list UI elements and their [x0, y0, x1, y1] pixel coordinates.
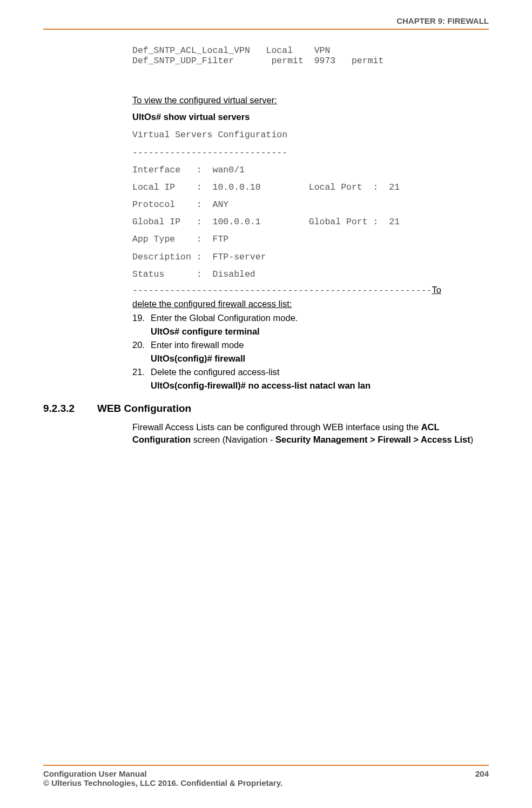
step-text: Enter the Global Configuration mode. — [151, 313, 489, 323]
section-title: WEB Configuration — [97, 403, 191, 415]
view-virtual-server-heading: To view the configured virtual server: — [132, 94, 489, 107]
step-cmd: UltOs(config-firewall)# no access-list n… — [151, 380, 489, 391]
step-text: Enter into firewall mode — [151, 340, 489, 350]
step-cmd: UltOs# configure terminal — [151, 326, 489, 337]
vs-output-localip: Local IP : 10.0.0.10 Local Port : 21 — [132, 179, 489, 196]
web-config-paragraph: Firewall Access Lists can be configured … — [132, 421, 489, 446]
step-number: 20. — [132, 340, 151, 350]
vs-output-globalip: Global IP : 100.0.0.1 Global Port : 21 — [132, 213, 489, 231]
acl-row-2: Def_SNTP_UDP_Filter permit 9973 permit — [132, 56, 489, 66]
step-number: 19. — [132, 313, 151, 323]
vs-output-protocol: Protocol : ANY — [132, 196, 489, 213]
chapter-header: CHAPTER 9: FIREWALL — [43, 16, 489, 29]
delete-acl-heading-part1: To — [432, 285, 441, 295]
dash-separator: ----------------------------------------… — [132, 285, 432, 296]
vs-output-sep: ----------------------------- — [132, 144, 489, 162]
show-virtual-servers-cmd: UltOs# show virtual servers — [132, 110, 489, 124]
vs-output-description: Description : FTP-server — [132, 249, 489, 266]
para-bold-nav-path: Security Management > Firewall > Access … — [275, 435, 470, 444]
para-pre: Firewall Access Lists can be configured … — [132, 422, 421, 432]
vs-output-title: Virtual Servers Configuration — [132, 126, 489, 144]
vs-output-interface: Interface : wan0/1 — [132, 162, 489, 179]
footer-rule — [43, 765, 489, 766]
step-text: Delete the configured access-list — [151, 367, 489, 377]
footer-copyright: © Ulterius Technologies, LLC 2016. Confi… — [43, 778, 489, 787]
step-cmd: UltOs(config)# firewall — [151, 353, 489, 364]
step-row: 21. Delete the configured access-list — [132, 367, 489, 377]
vs-output-status: Status : Disabled — [132, 266, 489, 283]
step-number: 21. — [132, 367, 151, 377]
delete-acl-heading-part2: delete the configured firewall access li… — [132, 298, 489, 310]
step-row: 20. Enter into firewall mode — [132, 340, 489, 350]
para-post: ) — [470, 435, 474, 444]
footer-manual-title: Configuration User Manual — [43, 769, 147, 778]
section-number: 9.2.3.2 — [43, 403, 97, 415]
step-row: 19. Enter the Global Configuration mode. — [132, 313, 489, 323]
header-rule — [43, 29, 489, 30]
acl-row-1: Def_SNTP_ACL_Local_VPN Local VPN — [132, 46, 489, 56]
footer-page-number: 204 — [475, 769, 489, 778]
para-mid: screen (Navigation - — [191, 435, 275, 444]
vs-output-apptype: App Type : FTP — [132, 231, 489, 248]
